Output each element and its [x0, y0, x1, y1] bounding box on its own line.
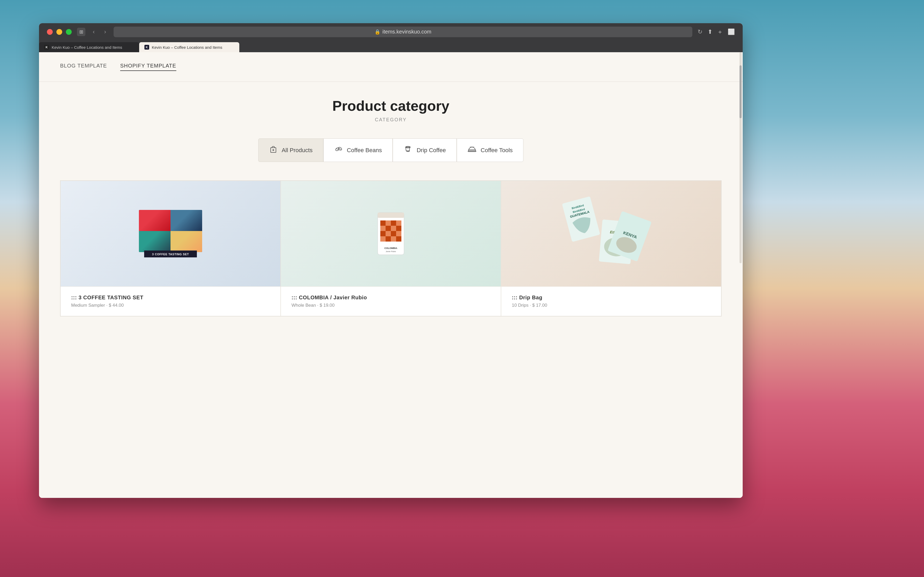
- product-image-2: COLOMBIA Javier Rubio: [281, 181, 501, 286]
- forward-button[interactable]: ›: [102, 27, 108, 36]
- tab-2[interactable]: K Kevin Kuo – Coffee Locations and Items: [139, 42, 239, 52]
- site-nav: BLOG TEMPLATE SHOPIFY TEMPLATE: [39, 52, 743, 82]
- scrollbar-thumb[interactable]: [739, 65, 742, 118]
- maximize-button[interactable]: [66, 29, 72, 35]
- browser-tabs: K Kevin Kuo – Coffee Locations and Items…: [39, 40, 743, 52]
- svg-rect-26: [380, 236, 386, 242]
- svg-rect-0: [271, 148, 276, 152]
- tab-2-favicon: K: [145, 45, 149, 50]
- svg-rect-18: [380, 226, 386, 231]
- svg-rect-29: [396, 236, 402, 242]
- tab-1[interactable]: K Kevin Kuo – Coffee Locations and Items: [39, 42, 139, 52]
- page-content: BLOG TEMPLATE SHOPIFY TEMPLATE Product c…: [39, 52, 743, 498]
- product-card-3[interactable]: Bird&Bird Bird&Bird GUATEMALA Ethiopia: [501, 181, 722, 316]
- nav-shopify-template[interactable]: SHOPIFY TEMPLATE: [120, 63, 176, 71]
- product-info-2: ::: COLOMBIA / Javier Rubio Whole Bean ·…: [281, 286, 501, 316]
- product-name-2: ::: COLOMBIA / Javier Rubio: [291, 295, 490, 301]
- share-icon[interactable]: ⬆: [708, 29, 712, 35]
- tab-1-title: Kevin Kuo – Coffee Locations and Items: [51, 45, 122, 50]
- svg-rect-27: [386, 236, 391, 242]
- page-title: Product category: [60, 98, 722, 114]
- address-bar[interactable]: 🔒 items.kevinskuo.com: [114, 27, 693, 37]
- product-name-3: ::: Drip Bag: [512, 295, 710, 301]
- category-filters: All Products Coffee Beans: [60, 139, 722, 162]
- svg-rect-19: [386, 226, 391, 231]
- svg-line-10: [470, 147, 471, 147]
- sidebar-icon: ⊞: [79, 29, 83, 35]
- filter-coffee-tools[interactable]: Coffee Tools: [457, 139, 524, 162]
- close-button[interactable]: [47, 29, 53, 35]
- filter-all-products[interactable]: All Products: [258, 139, 323, 162]
- windows-icon[interactable]: ⬜: [728, 29, 735, 35]
- lock-icon: 🔒: [374, 29, 380, 35]
- coffee-tools-icon: [468, 145, 477, 155]
- filter-all-label: All Products: [282, 147, 313, 154]
- svg-rect-17: [396, 221, 402, 226]
- scrollbar[interactable]: [739, 52, 742, 263]
- svg-point-1: [273, 150, 274, 151]
- browser-actions: ⬆ ＋ ⬜: [708, 28, 735, 36]
- browser-window: ⊞ ‹ › 🔒 items.kevinskuo.com ↻ ⬆ ＋ ⬜: [39, 23, 743, 498]
- product-details-1: Medium Sampler · $ 44.00: [71, 303, 270, 308]
- category-header: Product category CATEGORY: [60, 98, 722, 122]
- coffee-beans-icon: [334, 145, 342, 155]
- svg-rect-21: [396, 226, 402, 231]
- traffic-lights: [47, 29, 72, 35]
- svg-rect-24: [391, 231, 396, 236]
- svg-text:Javier Rubio: Javier Rubio: [386, 250, 396, 252]
- product-name-1: ::: 3 COFFEE TASTING SET: [71, 295, 270, 301]
- tab-1-favicon: K: [44, 45, 49, 50]
- svg-rect-20: [391, 226, 396, 231]
- product-card-2[interactable]: COLOMBIA Javier Rubio ::: COLOMBIA / Jav…: [281, 181, 501, 316]
- svg-rect-16: [391, 221, 396, 226]
- minimize-button[interactable]: [56, 29, 62, 35]
- tab-2-title: Kevin Kuo – Coffee Locations and Items: [152, 45, 222, 50]
- svg-rect-23: [386, 231, 391, 236]
- filter-coffee-tools-label: Coffee Tools: [481, 147, 513, 154]
- product-image-1: 3 COFFEE TASTING SET: [61, 181, 280, 286]
- filter-drip-coffee[interactable]: Drip Coffee: [393, 139, 457, 162]
- sidebar-toggle-button[interactable]: ⊞: [77, 28, 85, 36]
- filter-drip-coffee-label: Drip Coffee: [417, 147, 446, 154]
- product-info-1: ::: 3 COFFEE TASTING SET Medium Sampler …: [61, 286, 280, 316]
- filter-coffee-beans[interactable]: Coffee Beans: [323, 139, 393, 162]
- product-info-3: ::: Drip Bag 10 Drips · $ 17.00: [501, 286, 721, 316]
- svg-text:COLOMBIA: COLOMBIA: [384, 247, 397, 250]
- svg-rect-14: [380, 221, 386, 226]
- product-details-3: 10 Drips · $ 17.00: [512, 303, 710, 308]
- product-details-2: Whole Bean · $ 19.00: [291, 303, 490, 308]
- browser-top-bar: ⊞ ‹ › 🔒 items.kevinskuo.com ↻ ⬆ ＋ ⬜: [39, 23, 743, 40]
- product-card-1[interactable]: 3 COFFEE TASTING SET ::: 3 COFFEE TASTIN…: [60, 181, 281, 316]
- svg-rect-15: [386, 221, 391, 226]
- svg-rect-8: [468, 151, 476, 152]
- reload-button[interactable]: ↻: [697, 29, 702, 35]
- drip-coffee-icon: [403, 145, 413, 155]
- new-tab-icon[interactable]: ＋: [717, 28, 723, 36]
- browser-chrome: ⊞ ‹ › 🔒 items.kevinskuo.com ↻ ⬆ ＋ ⬜: [39, 23, 743, 52]
- svg-rect-13: [378, 213, 404, 218]
- back-button[interactable]: ‹: [91, 27, 97, 36]
- svg-rect-22: [380, 231, 386, 236]
- svg-rect-25: [396, 231, 402, 236]
- svg-line-11: [473, 147, 474, 147]
- main-content: Product category CATEGORY All Products: [39, 82, 743, 332]
- product-grid: 3 COFFEE TASTING SET ::: 3 COFFEE TASTIN…: [60, 181, 722, 316]
- filter-coffee-beans-label: Coffee Beans: [347, 147, 382, 154]
- url-text: items.kevinskuo.com: [382, 29, 431, 35]
- svg-rect-28: [391, 236, 396, 242]
- bag-icon: [269, 145, 278, 155]
- product-image-3: Bird&Bird Bird&Bird GUATEMALA Ethiopia: [501, 181, 721, 286]
- category-subtitle: CATEGORY: [60, 117, 722, 122]
- nav-blog-template[interactable]: BLOG TEMPLATE: [60, 63, 107, 71]
